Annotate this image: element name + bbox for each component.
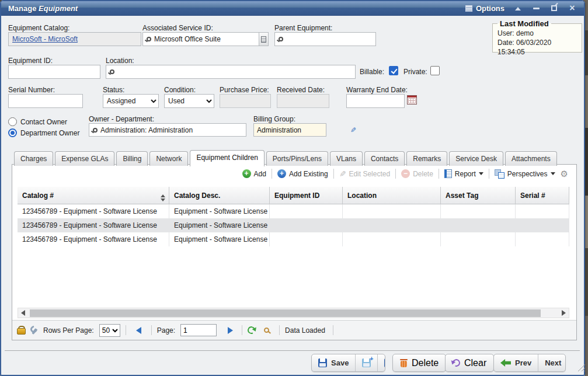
parent-equipment-field[interactable] — [274, 32, 376, 46]
save-and-close-button[interactable]: × — [377, 354, 385, 371]
search-icon[interactable] — [264, 328, 269, 333]
wrench-icon[interactable] — [30, 326, 38, 335]
tab-service-desk[interactable]: Service Desk — [449, 151, 503, 166]
clear-button[interactable]: Clear — [445, 354, 494, 372]
edit-pencil-icon[interactable]: ✎ — [350, 126, 356, 134]
received-date-field — [277, 94, 329, 108]
tab-expense-glas[interactable]: Expense GLAs — [55, 151, 114, 166]
save-and-new-button[interactable]: + — [355, 354, 377, 371]
horizontal-scrollbar[interactable] — [18, 308, 569, 318]
prev-button[interactable]: Prev — [494, 354, 538, 371]
perspectives-dropdown[interactable]: Perspectives — [495, 169, 555, 179]
save-button[interactable]: Save — [312, 354, 355, 371]
next-button[interactable]: Next — [538, 354, 566, 371]
serial-number-input[interactable] — [9, 95, 82, 107]
tab-equipment-children[interactable]: Equipment Children — [190, 150, 264, 166]
equipment-catalog-link[interactable]: MicroSoft - MicroSoft — [9, 35, 78, 43]
tab-charges[interactable]: Charges — [14, 151, 53, 166]
tab-attachments[interactable]: Attachments — [505, 151, 557, 166]
owner-department-input[interactable] — [98, 124, 246, 136]
clear-refresh-icon — [451, 358, 461, 368]
lock-icon[interactable] — [17, 326, 25, 335]
department-owner-label[interactable]: Department Owner — [20, 129, 79, 137]
calendar-icon[interactable] — [407, 95, 417, 105]
table-row[interactable]: 123456789 - Equipment - Software License… — [18, 204, 569, 218]
location-input[interactable] — [114, 65, 355, 78]
equipment-catalog-label: Equipment Catalog: — [8, 24, 69, 32]
associated-service-input[interactable] — [151, 33, 259, 46]
owner-department-field[interactable] — [89, 123, 246, 137]
minimize-button[interactable] — [531, 4, 541, 12]
search-icon — [110, 69, 114, 74]
sort-icon[interactable] — [161, 192, 165, 204]
warranty-end-date-label: Warranty End Date: — [346, 86, 408, 94]
contact-owner-label[interactable]: Contact Owner — [20, 118, 67, 126]
next-page-button[interactable] — [228, 327, 233, 334]
search-icon — [279, 37, 283, 41]
contact-owner-radio[interactable] — [8, 117, 17, 126]
billing-group-label: Billing Group: — [253, 115, 295, 123]
page-number-input[interactable] — [180, 324, 217, 336]
department-owner-radio[interactable] — [8, 128, 17, 137]
location-field[interactable] — [106, 65, 356, 79]
column-header-serial[interactable]: Serial # — [516, 187, 569, 204]
equipment-id-field[interactable] — [8, 65, 100, 79]
tab-ports-pins-lens[interactable]: Ports/Pins/Lens — [266, 151, 328, 166]
status-select[interactable]: Assigned — [103, 94, 159, 108]
location-label: Location: — [106, 57, 134, 65]
page-label: Page: — [157, 326, 175, 335]
parent-equipment-label: Parent Equipment: — [274, 24, 332, 32]
column-header-equipment-id[interactable]: Equipment ID — [270, 187, 343, 204]
equipment-children-table: Catalog # Catalog Desc. Equipment ID Loc… — [18, 187, 569, 246]
associated-service-field[interactable] — [142, 32, 269, 46]
grid-footer: Rows Per Page: 50 Page: Data Loaded — [12, 320, 576, 340]
delete-button[interactable]: Delete — [392, 354, 446, 372]
purchase-price-field — [220, 94, 271, 108]
scroll-right-button[interactable] — [559, 308, 568, 318]
equipment-id-input[interactable] — [9, 65, 100, 78]
condition-select[interactable]: Used — [164, 94, 214, 108]
column-header-catalog-desc[interactable]: Catalog Desc. — [169, 187, 270, 204]
edit-selected-button[interactable]: ✎ Edit Selected — [339, 169, 390, 179]
private-checkbox[interactable] — [430, 66, 440, 75]
chevron-up-icon — [515, 4, 521, 11]
minimize-icon — [533, 8, 540, 9]
tab-billing[interactable]: Billing — [116, 151, 148, 166]
collapse-button[interactable] — [513, 4, 523, 12]
warranty-end-date-field[interactable] — [346, 94, 405, 108]
add-button[interactable]: + Add — [242, 169, 266, 178]
scrollbar-thumb[interactable] — [30, 309, 541, 317]
column-header-asset-tag[interactable]: Asset Tag — [441, 187, 516, 204]
scroll-left-icon — [21, 310, 25, 316]
last-modified-box: Last Modified User: demo Date: 06/03/202… — [492, 19, 582, 53]
associated-service-label: Associated Service ID: — [142, 24, 213, 32]
save-close-icon: × — [384, 358, 385, 367]
gear-icon[interactable]: ⚙ — [561, 169, 568, 178]
scroll-left-button[interactable] — [18, 308, 27, 318]
tab-contacts[interactable]: Contacts — [364, 151, 405, 166]
serial-number-field[interactable] — [8, 94, 83, 108]
refresh-icon[interactable] — [246, 325, 256, 335]
perspectives-icon — [495, 169, 505, 179]
delete-selected-button[interactable]: − Delete — [401, 169, 433, 178]
column-header-catalog[interactable]: Catalog # — [18, 187, 169, 204]
close-button[interactable]: × — [568, 4, 577, 12]
tab-remarks[interactable]: Remarks — [406, 151, 447, 166]
window-titlebar[interactable]: Manage Equipment Options × — [1, 1, 584, 16]
popout-button[interactable] — [549, 4, 559, 12]
previous-page-button[interactable] — [136, 327, 141, 334]
rows-per-page-select[interactable]: 50 — [99, 324, 120, 337]
tab-vlans[interactable]: VLans — [330, 151, 363, 166]
add-existing-button[interactable]: + Add Existing — [277, 169, 328, 178]
table-row[interactable]: 123456789 - Equipment - Software License… — [18, 232, 569, 246]
report-dropdown[interactable]: Report — [444, 169, 483, 178]
warranty-end-date-input[interactable] — [347, 95, 404, 107]
table-body: 123456789 - Equipment - Software License… — [18, 204, 569, 246]
tab-network[interactable]: Network — [149, 151, 188, 166]
parent-equipment-input[interactable] — [283, 33, 375, 46]
options-button[interactable]: Options — [465, 4, 505, 13]
billable-checkbox[interactable] — [389, 66, 398, 75]
column-header-location[interactable]: Location — [343, 187, 441, 204]
service-id-lookup-button[interactable] — [259, 33, 268, 46]
table-row[interactable]: 123456789 - Equipment - Software License… — [18, 218, 569, 232]
